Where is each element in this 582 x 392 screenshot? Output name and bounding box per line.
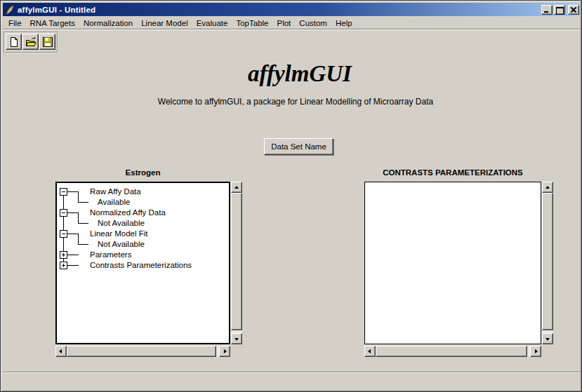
maximize-button[interactable] (554, 5, 565, 15)
scroll-right-button[interactable] (219, 346, 230, 357)
window-title: affylmGUI - Untitled (18, 6, 541, 14)
menu-normalization[interactable]: Normalization (79, 18, 137, 28)
right-panel-header: CONTRASTS PARAMETERIZATIONS (364, 168, 541, 177)
menu-bar: File RNA Targets Normalization Linear Mo… (3, 17, 581, 29)
scroll-left-button[interactable] (55, 346, 67, 357)
tree-item-label[interactable]: Raw Affy Data (90, 187, 141, 197)
scrollbar-thumb[interactable] (231, 193, 242, 330)
toolbar (4, 32, 58, 53)
scroll-up-button[interactable] (542, 182, 553, 193)
right-vertical-scrollbar[interactable] (542, 182, 553, 344)
close-button[interactable] (568, 5, 579, 15)
tree-branch-line (78, 234, 79, 244)
left-panel-header: Estrogen (55, 168, 230, 177)
arrow-up-icon (545, 186, 550, 189)
tree-branch-line (67, 265, 79, 266)
menu-plot[interactable]: Plot (273, 18, 296, 28)
feather-icon (4, 4, 15, 15)
status-bar (3, 373, 581, 391)
tree-item-label[interactable]: Normalized Affy Data (90, 208, 166, 218)
tree-branch-line (78, 223, 88, 224)
scrollbar-thumb[interactable] (67, 346, 216, 357)
minimize-button[interactable] (541, 5, 553, 15)
tree-branch-line (67, 234, 79, 234)
tree-item-label[interactable]: Contrasts Parameterizations (90, 260, 192, 271)
scroll-down-button[interactable] (231, 333, 242, 344)
arrow-left-icon (368, 349, 371, 353)
scroll-down-button[interactable] (542, 333, 553, 344)
title-bar[interactable]: affylmGUI - Untitled (3, 3, 581, 16)
open-file-button[interactable] (22, 34, 39, 50)
contrasts-listbox[interactable] (364, 182, 541, 344)
menu-file[interactable]: File (4, 18, 26, 28)
menu-evaluate[interactable]: Evaluate (192, 18, 232, 28)
arrow-down-icon (234, 338, 239, 341)
scroll-right-button[interactable] (530, 346, 541, 357)
tree-branch-line (67, 191, 79, 192)
arrow-up-icon (234, 186, 239, 189)
tree-item-status[interactable]: Not Available (98, 218, 145, 229)
tree-item-status[interactable]: Not Available (98, 239, 145, 250)
tree-toggle-plus-icon[interactable] (60, 251, 67, 259)
scrollbar-thumb[interactable] (376, 346, 527, 357)
open-folder-icon (25, 36, 37, 48)
menu-linear-model[interactable]: Linear Model (137, 18, 192, 28)
arrow-right-icon (224, 349, 227, 353)
tree-item-status[interactable]: Available (98, 197, 130, 208)
arrow-down-icon (545, 338, 550, 341)
menu-help[interactable]: Help (331, 18, 357, 28)
arrow-right-icon (535, 349, 538, 353)
menu-rna-targets[interactable]: RNA Targets (26, 18, 79, 28)
data-set-name-button[interactable]: Data Set Name (264, 138, 333, 155)
app-title: affylmGUI (1, 61, 582, 87)
menu-toptable[interactable]: TopTable (232, 18, 272, 28)
window-controls (541, 5, 579, 15)
new-file-button[interactable] (6, 34, 22, 50)
left-vertical-scrollbar[interactable] (231, 182, 242, 344)
menu-divider (3, 29, 581, 30)
status-tree: Raw Affy Data Available Normalized Affy … (57, 183, 229, 343)
left-horizontal-scrollbar[interactable] (55, 346, 230, 357)
tree-branch-line (67, 212, 79, 213)
arrow-left-icon (59, 349, 62, 353)
tree-toggle-minus-icon[interactable] (60, 188, 67, 196)
new-document-icon (8, 36, 20, 48)
tree-branch-line (78, 202, 88, 203)
tree-branch-line (67, 255, 79, 255)
tree-branch-line (78, 212, 79, 223)
tree-branch-line (78, 191, 79, 202)
tree-toggle-plus-icon[interactable] (60, 262, 67, 269)
tree-branch-line (78, 244, 88, 245)
save-file-button[interactable] (39, 34, 55, 50)
tree-item-label[interactable]: Linear Model Fit (90, 229, 147, 239)
tree-item-label[interactable]: Parameters (90, 250, 131, 260)
scroll-left-button[interactable] (364, 346, 376, 357)
status-tree-canvas[interactable]: Raw Affy Data Available Normalized Affy … (55, 182, 230, 344)
save-floppy-icon (42, 36, 53, 48)
tree-toggle-minus-icon[interactable] (60, 209, 67, 217)
scroll-up-button[interactable] (231, 182, 242, 193)
menu-custom[interactable]: Custom (295, 18, 331, 28)
welcome-text: Welcome to affylmGUI, a package for Line… (1, 97, 582, 107)
app-window: affylmGUI - Untitled File RNA Targets No… (0, 0, 582, 392)
tree-toggle-minus-icon[interactable] (60, 230, 67, 238)
right-horizontal-scrollbar[interactable] (364, 346, 541, 357)
scrollbar-thumb[interactable] (542, 193, 553, 330)
